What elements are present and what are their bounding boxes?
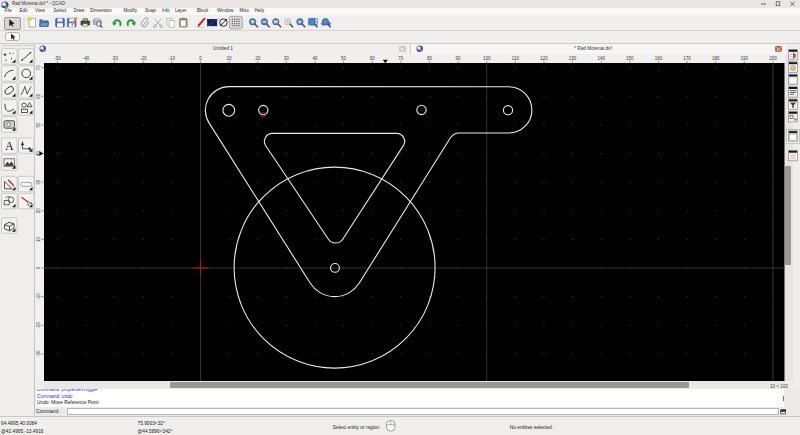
svg-text:190: 190 (741, 56, 749, 61)
svg-text:120: 120 (540, 56, 548, 61)
svg-text:200: 200 (769, 56, 777, 61)
svg-text:160: 160 (655, 56, 663, 61)
svg-text:80: 80 (427, 56, 433, 61)
svg-text:-50: -50 (54, 56, 61, 61)
svg-text:-30: -30 (111, 56, 118, 61)
svg-text:-40: -40 (83, 56, 90, 61)
svg-text:30: 30 (284, 56, 290, 61)
svg-text:A: A (5, 139, 14, 153)
svg-text:60: 60 (370, 56, 376, 61)
svg-text:40: 40 (312, 56, 318, 61)
svg-text:70: 70 (398, 56, 404, 61)
svg-text:20: 20 (255, 56, 261, 61)
svg-text:50: 50 (36, 122, 41, 128)
svg-text:140: 140 (597, 56, 605, 61)
svg-text:170: 170 (683, 56, 691, 61)
svg-text:90: 90 (456, 56, 462, 61)
svg-text:-10: -10 (36, 293, 41, 300)
svg-text:-20: -20 (36, 321, 41, 328)
svg-text:-20: -20 (140, 56, 147, 61)
svg-text:30: 30 (36, 179, 41, 185)
svg-text:110: 110 (512, 56, 520, 61)
svg-text:10: 10 (227, 56, 233, 61)
svg-text:20: 20 (36, 208, 41, 214)
svg-text:60: 60 (36, 93, 41, 99)
svg-text:-30: -30 (36, 350, 41, 357)
svg-text:130: 130 (569, 56, 577, 61)
svg-text:10: 10 (36, 236, 41, 242)
svg-text:180: 180 (712, 56, 720, 61)
svg-text:50: 50 (341, 56, 347, 61)
svg-text:-10: -10 (169, 56, 176, 61)
svg-text:70: 70 (36, 65, 41, 71)
svg-text:100: 100 (483, 56, 491, 61)
svg-text:150: 150 (626, 56, 634, 61)
